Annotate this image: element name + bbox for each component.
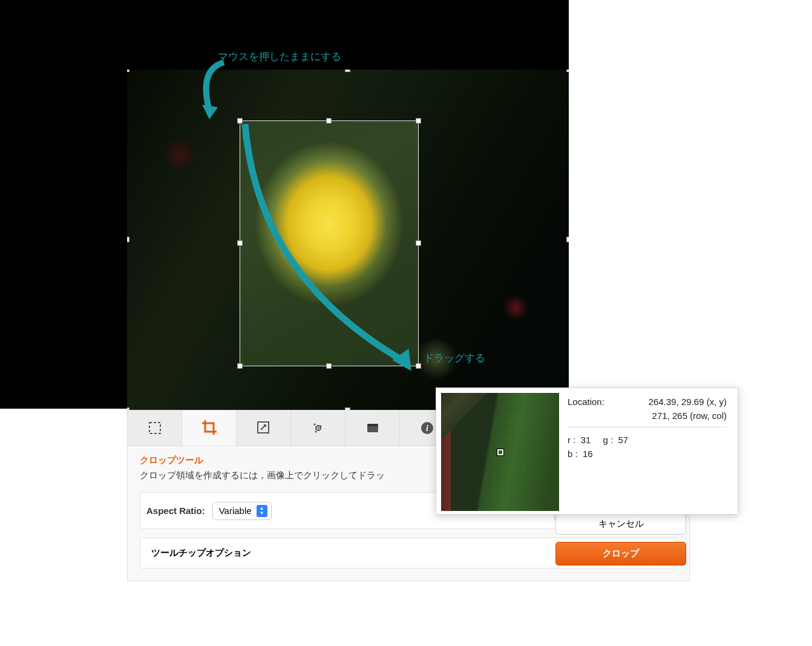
tab-selection[interactable]: [128, 410, 182, 446]
r-value: 31: [581, 435, 591, 445]
action-buttons: キャンセル クロップ: [551, 509, 691, 570]
select-stepper-icon: ▲▼: [257, 505, 267, 517]
crop-icon: [201, 419, 218, 436]
window-icon: [365, 420, 381, 436]
black-bg-left: [0, 0, 127, 409]
annotation-drag: ドラッグする: [424, 351, 485, 365]
svg-text:i: i: [426, 424, 428, 433]
location-rowcol: 271, 265 (row, col): [616, 410, 727, 421]
info-icon: i: [420, 421, 434, 435]
divider: [568, 427, 727, 427]
viewport-handle[interactable]: [127, 237, 129, 242]
b-label: b :: [568, 449, 578, 459]
point-icon: [310, 420, 326, 436]
tab-misc[interactable]: [345, 410, 400, 446]
g-value: 57: [618, 435, 628, 445]
viewport-handle[interactable]: [127, 70, 129, 72]
location-label: Location:: [568, 397, 616, 407]
zoom-cursor-icon: [497, 449, 503, 455]
r-label: r :: [568, 435, 575, 445]
cancel-button[interactable]: キャンセル: [555, 513, 686, 535]
crop-selection[interactable]: [240, 120, 419, 366]
svg-rect-2: [149, 423, 160, 433]
aspect-ratio-select[interactable]: Variable ▲▼: [212, 502, 272, 520]
viewport-handle[interactable]: [345, 70, 350, 72]
viewport-handle[interactable]: [566, 237, 569, 242]
aspect-ratio-label: Aspect Ratio:: [146, 506, 205, 516]
zoom-preview: [441, 393, 559, 511]
crop-button[interactable]: クロップ: [555, 542, 686, 565]
svg-marker-0: [202, 105, 218, 119]
crop-handle-bm[interactable]: [326, 363, 332, 369]
crop-handle-bl[interactable]: [237, 363, 243, 369]
aspect-ratio-value: Variable: [219, 506, 252, 516]
crop-handle-tm[interactable]: [326, 118, 332, 124]
tab-point[interactable]: [291, 410, 345, 446]
crop-handle-br[interactable]: [416, 363, 421, 369]
viewport-handle[interactable]: [566, 70, 569, 72]
svg-point-9: [315, 431, 316, 433]
pixel-tooltip: Location: 264.39, 29.69 (x, y) 271, 265 …: [436, 387, 738, 515]
selection-icon: [148, 421, 162, 435]
arrow-press-hold-icon: [182, 58, 251, 124]
tooltip-options-label: ツールチップオプション: [151, 547, 251, 559]
g-label: g :: [603, 435, 613, 445]
svg-point-4: [313, 424, 315, 426]
resize-icon: [256, 420, 272, 436]
crop-handle-tr[interactable]: [416, 118, 421, 124]
tab-crop[interactable]: [182, 410, 237, 446]
svg-rect-11: [367, 424, 378, 426]
location-xy: 264.39, 29.69 (x, y): [616, 397, 727, 407]
b-value: 16: [583, 449, 593, 459]
crop-handle-ml[interactable]: [237, 240, 243, 246]
tooltip-info: Location: 264.39, 29.69 (x, y) 271, 265 …: [568, 393, 733, 509]
crop-handle-mr[interactable]: [416, 240, 421, 246]
tab-resize[interactable]: [237, 410, 291, 446]
